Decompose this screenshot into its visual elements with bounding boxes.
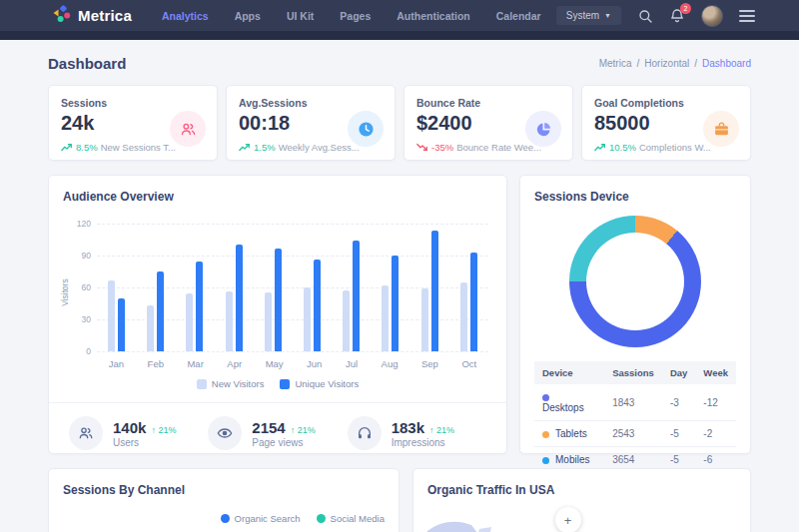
legend-label: Social Media <box>331 513 385 524</box>
stat-card-avg-sessions: Avg.Sessions 00:18 1.5% Weekly Avg.Sess.… <box>226 85 396 161</box>
device-table: Device Sassions Day Week Desktops 1843 -… <box>534 361 736 472</box>
stat-desc: New Sessions T... <box>101 142 176 153</box>
bar <box>431 231 438 351</box>
legend-dot <box>317 514 326 523</box>
trend-value: 8.5% <box>76 142 98 153</box>
footer-stat-users: 140k ↑ 21% Users <box>69 416 208 450</box>
breadcrumb: Metrica / Horizontal / Dashboard <box>599 58 751 69</box>
y-axis-tick: 0 <box>63 346 91 356</box>
bar <box>353 241 360 351</box>
x-axis-labels: JanFebMarAprMayJunJulAugSepOct <box>97 358 488 369</box>
trend-down-icon <box>416 143 428 152</box>
nav-item-calendar[interactable]: Calendar <box>496 10 541 22</box>
channel-legend: Organic Search Social Media <box>63 513 385 524</box>
x-axis-tick: Oct <box>461 358 476 369</box>
map-zoom-in-button[interactable]: + <box>555 507 581 532</box>
sessions-by-channel-title: Sessions By Channel <box>63 483 385 497</box>
bar-group-oct <box>460 224 477 351</box>
audience-footer-stats: 140k ↑ 21% Users 2154 ↑ 21% <box>63 403 492 450</box>
bar <box>157 271 164 351</box>
breadcrumb-horizontal[interactable]: Horizontal <box>644 58 689 69</box>
users-icon <box>69 416 103 450</box>
x-axis-tick: Aug <box>382 358 399 369</box>
nav-item-pages[interactable]: Pages <box>340 10 371 22</box>
bar <box>314 260 321 351</box>
bar <box>470 253 477 351</box>
x-axis-tick: Jan <box>109 358 124 369</box>
stat-label: Users <box>113 437 176 448</box>
nav-item-apps[interactable]: Apps <box>235 10 261 22</box>
trend-up-icon <box>594 143 606 152</box>
usa-map-fragment <box>419 513 509 532</box>
bar <box>382 285 389 351</box>
legend-new-visitors: New Visitors <box>197 378 265 389</box>
bar <box>118 298 125 351</box>
audience-overview-title: Audience Overview <box>63 190 492 204</box>
notification-badge: 2 <box>680 3 691 14</box>
bar <box>304 287 311 351</box>
col-header-sessions: Sassions <box>604 361 662 384</box>
legend-swatch <box>197 379 207 389</box>
metrica-logo-icon <box>52 4 72 28</box>
organic-traffic-usa-card: Organic Traffic In USA + <box>412 468 751 532</box>
x-axis-tick: May <box>266 358 284 369</box>
menu-hamburger-icon[interactable] <box>739 10 755 22</box>
y-axis-tick: 60 <box>63 282 91 292</box>
bar-group-feb <box>147 224 164 351</box>
stat-title: Avg.Sessions <box>239 97 383 109</box>
breadcrumb-metrica[interactable]: Metrica <box>599 58 632 69</box>
page-title: Dashboard <box>48 55 126 72</box>
mobiles-dot-icon <box>542 457 549 464</box>
stat-card-bounce-rate: Bounce Rate $2400 -35% Bounce Rate Wee..… <box>403 85 573 161</box>
trend-up-icon <box>61 143 73 152</box>
bars-container <box>97 224 488 351</box>
notifications-bell-icon[interactable]: 2 <box>669 8 685 24</box>
chart-legend: New Visitors Unique Visitors <box>63 378 492 389</box>
breadcrumb-separator: / <box>694 58 697 69</box>
y-axis-tick: 90 <box>63 251 91 261</box>
nav-item-ui-kit[interactable]: UI Kit <box>287 10 314 22</box>
bar <box>460 282 467 351</box>
chevron-down-icon: ▼ <box>604 12 611 19</box>
users-icon <box>170 111 206 147</box>
brand[interactable]: Metrica <box>52 4 132 28</box>
x-axis-tick: Sep <box>421 358 438 369</box>
trend-value: 1.5% <box>254 142 276 153</box>
briefcase-icon <box>703 111 739 147</box>
bar <box>392 256 399 351</box>
avatar[interactable] <box>701 5 723 27</box>
headphones-icon <box>348 416 382 450</box>
table-row-tablets: Tablets 2543 -5 -2 <box>534 421 736 447</box>
bar-group-jan <box>108 224 125 351</box>
bar-group-apr <box>226 224 243 351</box>
brand-name: Metrica <box>78 7 132 24</box>
nav-item-authentication[interactable]: Authentication <box>397 10 470 22</box>
bar <box>196 262 203 351</box>
system-dropdown-label: System <box>566 10 599 21</box>
x-axis-tick: Mar <box>187 358 203 369</box>
bar-group-mar <box>186 224 203 351</box>
system-dropdown[interactable]: System ▼ <box>556 6 621 25</box>
legend-label: Unique Visitors <box>295 378 359 389</box>
legend-label: Organic Search <box>235 513 301 524</box>
x-axis-tick: Jul <box>346 358 358 369</box>
stat-cards-row: Sessions 24k 8.5% New Sessions T... Avg.… <box>48 85 751 161</box>
bar <box>421 288 428 351</box>
pie-chart-icon <box>525 111 561 147</box>
stat-title: Bounce Rate <box>416 97 560 109</box>
trend-value: -35% <box>431 142 453 153</box>
col-header-week: Week <box>695 361 736 384</box>
trend-up-icon <box>239 143 251 152</box>
bar-group-may <box>265 224 282 351</box>
stat-card-sessions: Sessions 24k 8.5% New Sessions T... <box>48 85 218 161</box>
bar <box>265 292 272 351</box>
search-icon[interactable] <box>637 8 653 24</box>
stat-value: 2154 <box>252 419 285 436</box>
stat-value: 140k <box>113 419 146 436</box>
main-nav: Analytics Apps UI Kit Pages Authenticati… <box>162 10 541 22</box>
stat-label: Page views <box>252 437 315 448</box>
nav-item-analytics[interactable]: Analytics <box>162 10 209 22</box>
gridline <box>97 351 488 352</box>
bar <box>226 291 233 351</box>
stat-delta: ↑ 21% <box>429 425 454 435</box>
